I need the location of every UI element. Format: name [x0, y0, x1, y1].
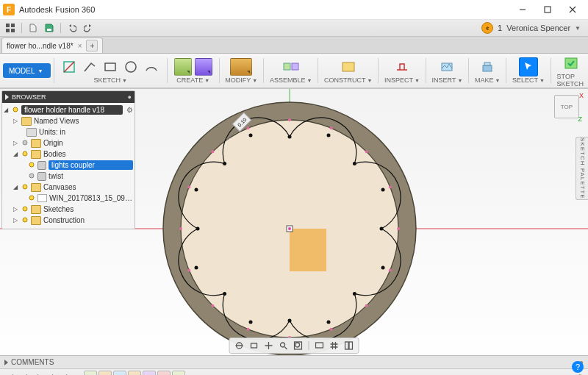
display-settings-icon[interactable] — [313, 340, 326, 351]
modify-icon[interactable] — [229, 57, 254, 76]
orbit-icon[interactable] — [233, 340, 246, 351]
new-tab-button[interactable]: + — [86, 40, 98, 51]
svg-point-72 — [295, 343, 300, 347]
svg-point-65 — [23, 185, 27, 189]
insert-icon[interactable] — [437, 57, 456, 76]
timeline-prev[interactable] — [19, 371, 31, 375]
timeline-feature[interactable] — [172, 371, 185, 375]
tree-body-twist[interactable]: twist — [4, 171, 133, 182]
browser-title: BROWSER — [12, 93, 46, 101]
tree-root[interactable]: ◢ flower holder handle v18 ⚙ — [4, 104, 133, 115]
workspace-switcher[interactable]: MODEL ▼ — [3, 63, 51, 78]
svg-point-11 — [126, 62, 136, 72]
make-group-label[interactable]: MAKE — [475, 76, 494, 84]
help-button[interactable]: ? — [572, 361, 584, 373]
sketch-create-icon[interactable] — [60, 57, 79, 76]
undo-button[interactable] — [65, 21, 79, 35]
timeline-feature[interactable] — [143, 371, 156, 375]
svg-point-60 — [13, 107, 18, 112]
tree-root-settings-icon[interactable]: ⚙ — [126, 106, 133, 114]
fit-icon[interactable] — [292, 340, 305, 351]
file-menu[interactable] — [26, 21, 40, 35]
save-button[interactable] — [42, 21, 57, 35]
tree-bodies[interactable]: ◢Bodies — [4, 149, 133, 160]
stop-sketch-icon[interactable] — [559, 54, 584, 73]
look-at-icon[interactable] — [248, 340, 261, 351]
select-icon[interactable] — [519, 57, 538, 76]
arc-tool-icon[interactable] — [142, 57, 161, 76]
inspect-icon[interactable] — [392, 57, 412, 76]
user-menu-chevron[interactable]: ▼ — [575, 25, 581, 32]
svg-rect-13 — [292, 63, 298, 70]
inspect-group-label[interactable]: INSPECT — [384, 76, 413, 84]
circle-tool-icon[interactable] — [121, 57, 140, 76]
workspace-label: MODEL — [9, 67, 35, 75]
workspace: TOP X Z — [0, 88, 588, 368]
tree-construction[interactable]: ▷Construction — [4, 215, 133, 226]
construct-icon[interactable] — [336, 57, 361, 76]
line-tool-icon[interactable] — [80, 57, 99, 76]
assemble-group-label[interactable]: ASSEMBLE — [270, 76, 306, 84]
timeline-feature[interactable] — [128, 371, 141, 375]
window-maximize[interactable] — [535, 1, 560, 18]
timeline-start[interactable] — [4, 371, 16, 375]
browser-panel: BROWSER ● ◢ flower holder handle v18 ⚙ ▷… — [1, 90, 135, 229]
construct-group-label[interactable]: CONSTRUCT — [324, 76, 366, 84]
redo-button[interactable] — [81, 21, 96, 35]
svg-point-61 — [23, 140, 27, 145]
window-minimize[interactable] — [510, 1, 535, 18]
insert-group-label[interactable]: INSERT — [432, 76, 456, 84]
create-group-label[interactable]: CREATE — [176, 76, 203, 84]
make-icon[interactable] — [478, 57, 497, 76]
create-primitive-icon[interactable] — [194, 57, 213, 76]
tree-origin[interactable]: ▷Origin — [4, 138, 133, 149]
create-extrude-icon[interactable] — [173, 57, 193, 76]
modify-group-label[interactable]: MODIFY — [225, 76, 251, 84]
timeline-feature[interactable] — [98, 371, 112, 375]
timeline-feature[interactable] — [113, 371, 126, 375]
tree-canvas-item[interactable]: WIN_20170813_15_09_39_Pro — [4, 193, 133, 204]
timeline-feature[interactable] — [157, 371, 171, 375]
browser-collapse-icon[interactable] — [5, 94, 9, 100]
timeline-next[interactable] — [49, 371, 60, 375]
stop-sketch-label: STOP SKETCH — [557, 73, 585, 88]
data-panel-button[interactable] — [3, 21, 18, 35]
viewport-settings-icon[interactable] — [343, 340, 356, 351]
timeline-feature[interactable] — [84, 371, 97, 375]
close-tab-icon[interactable]: × — [78, 42, 82, 50]
svg-point-27 — [327, 321, 331, 324]
sketch-group-label[interactable]: SKETCH — [93, 76, 121, 84]
svg-point-57 — [288, 227, 291, 230]
svg-rect-23 — [290, 229, 326, 271]
rectangle-tool-icon[interactable] — [101, 57, 120, 76]
svg-point-49 — [246, 328, 249, 331]
window-close[interactable] — [560, 1, 585, 18]
svg-point-62 — [23, 151, 27, 156]
user-name[interactable]: Veronica Spencer — [506, 24, 570, 32]
tree-canvases[interactable]: ◢Canvases — [4, 182, 133, 193]
sketch-palette-tab[interactable]: SKETCH PALETTE — [576, 137, 588, 200]
tree-sketches[interactable]: ▷Sketches — [4, 204, 133, 215]
svg-point-26 — [381, 266, 385, 270]
tree-body-lights-coupler[interactable]: lights coupler — [4, 160, 133, 171]
tree-units[interactable]: Units: in — [4, 126, 133, 138]
pan-icon[interactable] — [262, 340, 276, 351]
timeline: ⚙ — [0, 368, 588, 375]
browser-header[interactable]: BROWSER ● — [2, 91, 135, 103]
tree-named-views[interactable]: ▷Named Views — [4, 115, 133, 126]
doc-tab[interactable]: flower ho...ndle v18* × + — [1, 38, 103, 53]
timeline-play[interactable] — [34, 371, 46, 375]
browser-pin-icon[interactable]: ● — [128, 93, 132, 101]
palette-label: SKETCH PALETTE — [579, 138, 586, 199]
cloud-credits-icon[interactable]: ¢ — [481, 22, 493, 34]
svg-point-64 — [29, 174, 34, 178]
svg-point-44 — [397, 227, 400, 230]
timeline-end[interactable] — [63, 371, 75, 375]
timeline-settings-icon[interactable]: ⚙ — [576, 373, 584, 376]
select-group-label[interactable]: SELECT — [512, 76, 538, 84]
comments-collapse-icon[interactable] — [4, 360, 8, 365]
zoom-icon[interactable] — [277, 340, 290, 351]
grid-settings-icon[interactable] — [328, 340, 341, 351]
comments-bar[interactable]: COMMENTS ● — [0, 355, 588, 368]
assemble-icon[interactable] — [279, 57, 304, 76]
